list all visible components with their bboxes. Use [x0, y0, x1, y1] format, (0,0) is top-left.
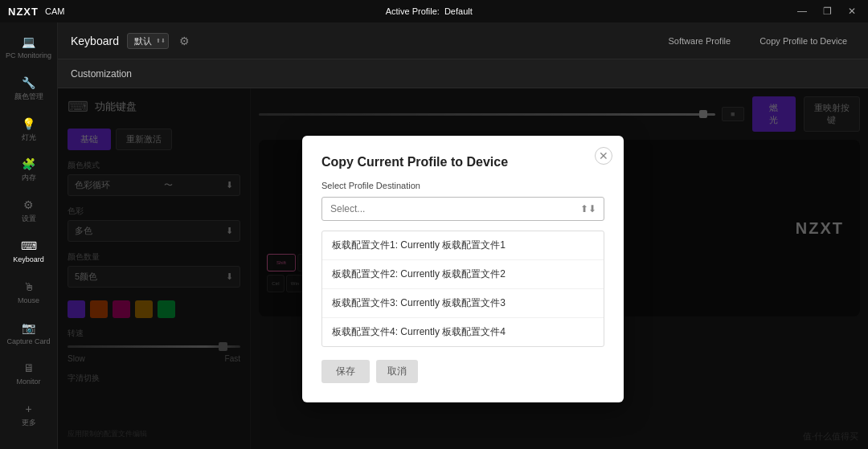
header-right: Software Profile Copy Profile to Device	[661, 32, 855, 50]
active-profile-name: Default	[444, 6, 473, 16]
title-bar: NZXT CAM Active Profile: Default — ❐ ✕	[0, 0, 868, 22]
main-layout: 💻 PC Monitoring 🔧 颜色管理 💡 灯光 🧩 内存 ⚙ 设置 ⌨ …	[0, 22, 868, 449]
sidebar-item-fan[interactable]: 🔧 颜色管理	[0, 70, 57, 108]
modal-close-button[interactable]: ✕	[595, 147, 612, 165]
dropdown-option-3[interactable]: 板载配置文件3: Currently 板载配置文件3	[322, 289, 604, 318]
sub-header: Customization	[58, 59, 868, 88]
cam-logo: CAM	[45, 6, 64, 16]
sidebar-item-label: Monitor	[16, 378, 40, 386]
customization-title: Customization	[71, 68, 132, 80]
sidebar-item-settings[interactable]: ⚙ 设置	[0, 192, 57, 230]
sidebar-item-memory[interactable]: 🧩 内存	[0, 151, 57, 189]
sidebar: 💻 PC Monitoring 🔧 颜色管理 💡 灯光 🧩 内存 ⚙ 设置 ⌨ …	[0, 22, 58, 449]
destination-dropdown-list: 板载配置文件1: Currently 板载配置文件1 板载配置文件2: Curr…	[321, 231, 604, 347]
sidebar-item-capture[interactable]: 📷 Capture Card	[0, 315, 57, 353]
sidebar-item-label: 颜色管理	[14, 92, 43, 101]
top-header: Keyboard 默认 ⚙ Software Profile Copy Prof…	[58, 22, 868, 59]
monitor-icon: 🖥	[23, 361, 35, 374]
title-bar-left: NZXT CAM	[8, 6, 64, 18]
sidebar-item-monitor[interactable]: 🖥 Monitor	[0, 355, 57, 393]
page-title: Keyboard	[71, 35, 119, 47]
modal-overlay: ✕ Copy Current Profile to Device Select …	[58, 88, 868, 449]
header-left: Keyboard 默认 ⚙	[71, 32, 192, 50]
sidebar-item-label: Capture Card	[6, 337, 50, 346]
main-content: ⌨ 功能键盘 基础 重新激活 颜色模式 色彩循环 〜 ⬇ 色彩	[58, 88, 868, 449]
sidebar-item-label: PC Monitoring	[6, 51, 51, 60]
pc-icon: 💻	[22, 35, 35, 48]
capture-icon: 📷	[22, 321, 35, 334]
copy-profile-modal: ✕ Copy Current Profile to Device Select …	[302, 136, 624, 402]
nzxt-logo: NZXT	[8, 6, 39, 18]
sidebar-item-keyboard[interactable]: ⌨ Keyboard	[0, 233, 57, 271]
lighting-icon: 💡	[22, 117, 35, 130]
modal-actions: 保存 取消	[321, 360, 604, 383]
active-profile-bar: Active Profile: Default	[386, 6, 473, 16]
profile-destination-input[interactable]	[321, 197, 604, 221]
modal-title: Copy Current Profile to Device	[321, 155, 604, 169]
sidebar-item-label: 更多	[22, 418, 36, 427]
sidebar-item-label: Mouse	[18, 296, 39, 305]
settings-icon: ⚙	[23, 198, 34, 211]
copy-profile-button[interactable]: Copy Profile to Device	[751, 32, 855, 50]
sidebar-item-more[interactable]: + 更多	[0, 396, 57, 434]
minimize-button[interactable]: —	[793, 4, 811, 18]
maximize-button[interactable]: ❐	[819, 4, 836, 18]
sidebar-item-mouse[interactable]: 🖱 Mouse	[0, 274, 57, 312]
mouse-icon: 🖱	[23, 280, 35, 293]
memory-icon: 🧩	[22, 157, 35, 170]
save-button[interactable]: 保存	[321, 360, 370, 383]
sidebar-item-label: 灯光	[22, 133, 36, 142]
window-controls: — ❐ ✕	[793, 4, 860, 18]
gear-icon[interactable]: ⚙	[177, 32, 192, 50]
profile-select-wrap: 默认	[127, 33, 169, 49]
sidebar-item-pc-monitoring[interactable]: 💻 PC Monitoring	[0, 29, 57, 67]
cancel-button[interactable]: 取消	[376, 360, 418, 383]
dropdown-option-2[interactable]: 板载配置文件2: Currently 板载配置文件2	[322, 260, 604, 289]
profile-dropdown[interactable]: 默认	[127, 33, 169, 49]
active-profile-label: Active Profile:	[386, 6, 440, 16]
fan-icon: 🔧	[22, 76, 35, 89]
sidebar-item-label: 设置	[22, 214, 36, 223]
more-icon: +	[25, 402, 31, 415]
close-button[interactable]: ✕	[844, 4, 860, 18]
dropdown-option-4[interactable]: 板载配置文件4: Currently 板载配置文件4	[322, 318, 604, 346]
modal-destination-label: Select Profile Destination	[321, 181, 604, 190]
modal-select-wrap: ⬆⬇	[321, 197, 604, 221]
dropdown-option-1[interactable]: 板载配置文件1: Currently 板载配置文件1	[322, 231, 604, 260]
sidebar-item-label: Keyboard	[13, 255, 44, 264]
sidebar-item-label: 内存	[22, 173, 36, 182]
content-area: Keyboard 默认 ⚙ Software Profile Copy Prof…	[58, 22, 868, 449]
keyboard-icon: ⌨	[21, 239, 37, 252]
sidebar-item-lighting[interactable]: 💡 灯光	[0, 111, 57, 149]
software-profile-button[interactable]: Software Profile	[661, 32, 739, 50]
